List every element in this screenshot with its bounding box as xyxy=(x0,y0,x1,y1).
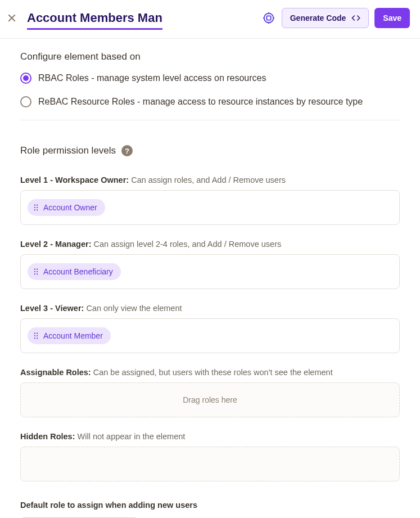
svg-point-21 xyxy=(37,333,38,334)
assignable-block: Assignable Roles: Can be assigned, but u… xyxy=(20,368,400,417)
role-chip-account-beneficiary[interactable]: Account Beneficiary xyxy=(28,263,121,280)
level-3-block: Level 3 - Viewer: Can only view the elem… xyxy=(20,304,400,353)
assignable-title: Assignable Roles: xyxy=(20,368,91,377)
svg-point-18 xyxy=(34,273,35,274)
title-wrap: Account Members Man xyxy=(27,11,263,25)
svg-point-17 xyxy=(37,271,38,272)
hidden-title: Hidden Roles: xyxy=(20,432,75,441)
assignable-desc: Can be assigned, but users with these ro… xyxy=(93,368,333,377)
modal-content: Configure element based on RBAC Roles - … xyxy=(0,39,420,518)
svg-point-13 xyxy=(37,209,38,210)
svg-point-20 xyxy=(34,333,35,334)
role-chip-account-owner[interactable]: Account Owner xyxy=(28,199,105,216)
svg-point-24 xyxy=(34,337,35,339)
drag-handle-icon xyxy=(33,204,39,211)
svg-point-10 xyxy=(34,207,35,208)
level-3-desc: Can only view the element xyxy=(86,304,182,313)
svg-point-25 xyxy=(37,337,38,339)
configure-heading: Configure element based on xyxy=(20,51,400,62)
code-icon xyxy=(351,15,360,21)
role-chip-label: Account Owner xyxy=(43,203,97,212)
hidden-dropzone[interactable] xyxy=(20,447,400,481)
svg-point-11 xyxy=(37,207,38,208)
svg-point-9 xyxy=(37,205,38,206)
svg-point-23 xyxy=(37,335,38,336)
hidden-block: Hidden Roles: Will not appear in the ele… xyxy=(20,432,400,481)
role-chip-label: Account Beneficiary xyxy=(43,267,113,276)
default-role-label: Default role to assign when adding new u… xyxy=(20,501,400,510)
radio-icon-selected xyxy=(20,73,31,84)
cpu-icon[interactable] xyxy=(263,12,275,24)
svg-point-12 xyxy=(34,209,35,210)
radio-rbac-label: RBAC Roles - manage system level access … xyxy=(38,73,267,83)
save-button[interactable]: Save xyxy=(374,8,410,28)
svg-point-2 xyxy=(264,13,273,23)
level-2-label: Level 2 - Manager: Can assign level 2-4 … xyxy=(20,240,400,249)
level-2-dropzone[interactable]: Account Beneficiary xyxy=(20,254,400,289)
radio-icon-unselected xyxy=(20,96,31,107)
level-2-block: Level 2 - Manager: Can assign level 2-4 … xyxy=(20,240,400,289)
radio-rebac[interactable]: ReBAC Resource Roles - manage access to … xyxy=(20,96,400,107)
save-label: Save xyxy=(383,13,401,22)
hidden-desc: Will not appear in the element xyxy=(78,432,186,441)
svg-point-15 xyxy=(37,269,38,270)
permission-levels-text: Role permission levels xyxy=(20,145,116,156)
close-icon[interactable] xyxy=(7,13,17,23)
svg-rect-3 xyxy=(267,16,270,20)
svg-point-16 xyxy=(34,271,35,272)
level-2-desc: Can assign level 2-4 roles, and Add / Re… xyxy=(94,240,282,249)
level-1-dropzone[interactable]: Account Owner xyxy=(20,190,400,225)
level-2-title: Level 2 - Manager: xyxy=(20,240,92,249)
level-3-label: Level 3 - Viewer: Can only view the elem… xyxy=(20,304,400,313)
level-1-block: Level 1 - Workspace Owner: Can assign ro… xyxy=(20,175,400,225)
svg-point-19 xyxy=(37,273,38,274)
svg-point-22 xyxy=(34,335,35,336)
assignable-placeholder: Drag roles here xyxy=(183,395,237,404)
level-1-desc: Can assign roles, and Add / Remove users xyxy=(131,175,286,184)
generate-code-label: Generate Code xyxy=(290,13,346,22)
level-3-dropzone[interactable]: Account Member xyxy=(20,318,400,353)
svg-point-8 xyxy=(34,205,35,206)
svg-point-14 xyxy=(34,269,35,270)
generate-code-button[interactable]: Generate Code xyxy=(282,8,369,28)
drag-handle-icon xyxy=(33,268,39,275)
radio-rbac[interactable]: RBAC Roles - manage system level access … xyxy=(20,73,400,84)
modal-header: Account Members Man Generate Code Save xyxy=(0,0,420,39)
drag-handle-icon xyxy=(33,332,39,339)
radio-rebac-label: ReBAC Resource Roles - manage access to … xyxy=(38,97,363,107)
assignable-dropzone[interactable]: Drag roles here xyxy=(20,382,400,417)
permission-levels-heading: Role permission levels ? xyxy=(20,145,400,156)
assignable-label: Assignable Roles: Can be assigned, but u… xyxy=(20,368,400,377)
help-icon[interactable]: ? xyxy=(121,145,133,156)
level-3-title: Level 3 - Viewer: xyxy=(20,304,84,313)
role-chip-account-member[interactable]: Account Member xyxy=(28,327,111,344)
level-1-title: Level 1 - Workspace Owner: xyxy=(20,175,129,184)
role-chip-label: Account Member xyxy=(43,331,103,340)
hidden-label: Hidden Roles: Will not appear in the ele… xyxy=(20,432,400,441)
divider xyxy=(20,120,400,120)
page-title: Account Members Man xyxy=(27,11,162,30)
level-1-label: Level 1 - Workspace Owner: Can assign ro… xyxy=(20,175,400,184)
